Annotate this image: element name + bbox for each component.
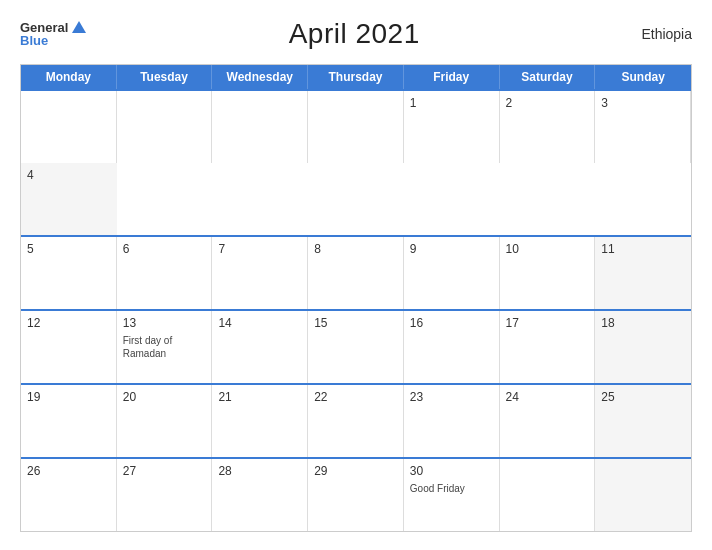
day-cell-8: 8 [308, 237, 404, 309]
day-number: 13 [123, 316, 206, 330]
week-row-2: 1213First day of Ramadan1415161718 [21, 309, 691, 383]
header: General Blue April 2021 Ethiopia [20, 18, 692, 50]
day-number: 3 [601, 96, 684, 110]
day-cell-empty [308, 91, 404, 163]
event-label: First day of Ramadan [123, 334, 206, 360]
day-cell-13: 13First day of Ramadan [117, 311, 213, 383]
day-cell-18: 18 [595, 311, 691, 383]
week-row-3: 19202122232425 [21, 383, 691, 457]
day-number: 20 [123, 390, 206, 404]
country-label: Ethiopia [622, 26, 692, 42]
day-number: 14 [218, 316, 301, 330]
day-number: 21 [218, 390, 301, 404]
day-cell-14: 14 [212, 311, 308, 383]
day-cell-29: 29 [308, 459, 404, 531]
day-cell-17: 17 [500, 311, 596, 383]
weekday-header-thursday: Thursday [308, 65, 404, 89]
day-number: 19 [27, 390, 110, 404]
weekday-header-monday: Monday [21, 65, 117, 89]
day-cell-22: 22 [308, 385, 404, 457]
day-number: 12 [27, 316, 110, 330]
day-cell-23: 23 [404, 385, 500, 457]
calendar: MondayTuesdayWednesdayThursdayFridaySatu… [20, 64, 692, 532]
day-cell-2: 2 [500, 91, 596, 163]
calendar-header: MondayTuesdayWednesdayThursdayFridaySatu… [21, 65, 691, 89]
day-number: 26 [27, 464, 110, 478]
day-cell-empty [212, 91, 308, 163]
day-number: 8 [314, 242, 397, 256]
weekday-header-friday: Friday [404, 65, 500, 89]
day-cell-20: 20 [117, 385, 213, 457]
day-cell-12: 12 [21, 311, 117, 383]
day-cell-empty [500, 459, 596, 531]
day-cell-26: 26 [21, 459, 117, 531]
weekday-header-wednesday: Wednesday [212, 65, 308, 89]
day-number: 5 [27, 242, 110, 256]
weekday-header-sunday: Sunday [595, 65, 691, 89]
day-number: 1 [410, 96, 493, 110]
day-number: 2 [506, 96, 589, 110]
day-number: 16 [410, 316, 493, 330]
day-cell-30: 30Good Friday [404, 459, 500, 531]
day-cell-11: 11 [595, 237, 691, 309]
day-cell-27: 27 [117, 459, 213, 531]
logo-triangle-icon [72, 21, 86, 33]
title-block: April 2021 [86, 18, 622, 50]
empty-cell [21, 91, 117, 163]
calendar-body: 12345678910111213First day of Ramadan141… [21, 89, 691, 531]
day-cell-25: 25 [595, 385, 691, 457]
day-cell-5: 5 [21, 237, 117, 309]
event-label: Good Friday [410, 482, 493, 495]
logo-blue-text: Blue [20, 34, 48, 47]
month-title: April 2021 [289, 18, 420, 49]
day-cell-15: 15 [308, 311, 404, 383]
calendar-page: General Blue April 2021 Ethiopia MondayT… [0, 0, 712, 550]
day-number: 15 [314, 316, 397, 330]
weekday-header-tuesday: Tuesday [117, 65, 213, 89]
day-cell-16: 16 [404, 311, 500, 383]
day-cell-7: 7 [212, 237, 308, 309]
day-number: 11 [601, 242, 685, 256]
day-number: 27 [123, 464, 206, 478]
day-cell-24: 24 [500, 385, 596, 457]
day-number: 22 [314, 390, 397, 404]
empty-cell [117, 91, 213, 163]
day-number: 28 [218, 464, 301, 478]
day-number: 6 [123, 242, 206, 256]
day-cell-4: 4 [21, 163, 117, 235]
day-number: 18 [601, 316, 685, 330]
week-row-1: 567891011 [21, 235, 691, 309]
day-cell-6: 6 [117, 237, 213, 309]
day-number: 4 [27, 168, 111, 182]
day-cell-28: 28 [212, 459, 308, 531]
day-number: 24 [506, 390, 589, 404]
day-number: 30 [410, 464, 493, 478]
day-number: 25 [601, 390, 685, 404]
day-cell-1: 1 [404, 91, 500, 163]
day-number: 29 [314, 464, 397, 478]
day-number: 7 [218, 242, 301, 256]
day-cell-empty [595, 459, 691, 531]
logo: General Blue [20, 21, 86, 47]
week-row-4: 2627282930Good Friday [21, 457, 691, 531]
day-number: 10 [506, 242, 589, 256]
day-number: 17 [506, 316, 589, 330]
day-cell-21: 21 [212, 385, 308, 457]
weekday-header-saturday: Saturday [500, 65, 596, 89]
week-row-0: 1234 [21, 89, 691, 235]
day-cell-3: 3 [595, 91, 691, 163]
day-cell-19: 19 [21, 385, 117, 457]
day-number: 9 [410, 242, 493, 256]
day-cell-9: 9 [404, 237, 500, 309]
day-cell-10: 10 [500, 237, 596, 309]
day-number: 23 [410, 390, 493, 404]
